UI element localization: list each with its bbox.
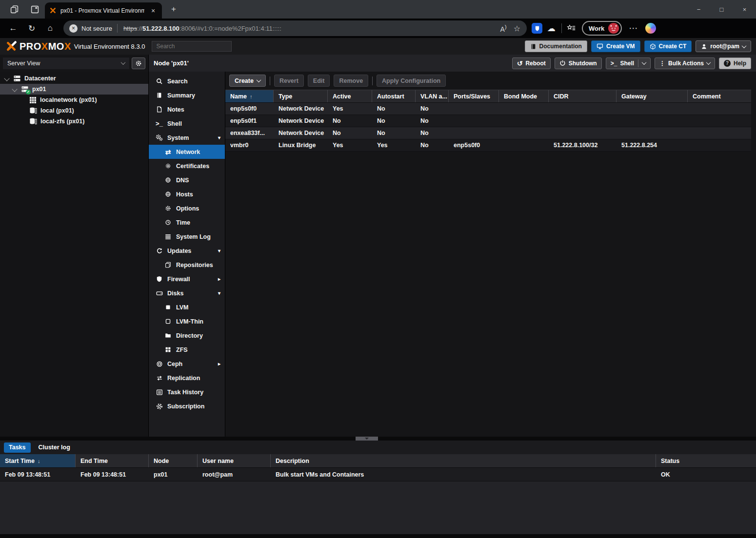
column-header-user-name[interactable]: User name xyxy=(198,454,271,467)
nav-item-notes[interactable]: Notes xyxy=(149,102,225,116)
revert-button[interactable]: Revert xyxy=(274,75,304,87)
nav-item-dns[interactable]: DNS xyxy=(149,173,225,187)
nav-item-replication[interactable]: Replication xyxy=(149,371,225,385)
bitwarden-extension-icon[interactable] xyxy=(532,23,542,34)
tree-item-localnetwork[interactable]: localnetwork (px01) xyxy=(0,95,148,105)
expander-icon[interactable] xyxy=(4,76,9,81)
nav-item-system-log[interactable]: System Log xyxy=(149,230,225,244)
global-search-input[interactable] xyxy=(152,41,232,52)
nav-item-firewall[interactable]: Firewall ▸ xyxy=(149,272,225,286)
shell-button[interactable]: >_ Shell xyxy=(606,58,651,69)
table-row[interactable]: enxea833f...Network DeviceNoNoNo xyxy=(225,127,751,139)
column-header-vlan[interactable]: VLAN a... xyxy=(416,90,449,102)
column-header-name[interactable]: Name↑ xyxy=(225,90,274,102)
create-vm-button[interactable]: Create VM xyxy=(591,40,640,52)
nav-item-system[interactable]: System ▾ xyxy=(149,131,225,145)
browser-profile-button[interactable]: Work xyxy=(582,21,622,36)
edit-button[interactable]: Edit xyxy=(308,75,330,87)
proxmox-logo: PROXMOX Virtual Environment 8.3.0 xyxy=(5,40,145,53)
nav-item-lvm-thin[interactable]: LVM-Thin xyxy=(149,314,225,328)
shutdown-button[interactable]: Shutdown xyxy=(555,58,602,69)
documentation-button[interactable]: Documentation xyxy=(525,40,587,52)
browser-toolbar: ← ↻ ⌂ × Not secure https://51.222.8.100:… xyxy=(0,19,756,38)
tab-tasks[interactable]: Tasks xyxy=(4,442,31,453)
nav-item-shell[interactable]: >_ Shell xyxy=(149,116,225,131)
home-icon[interactable]: ⌂ xyxy=(43,21,58,36)
column-header-start-time[interactable]: Start Time↓ xyxy=(0,454,76,467)
back-icon[interactable]: ← xyxy=(6,21,20,36)
nav-item-ceph[interactable]: Ceph ▸ xyxy=(149,357,225,371)
read-aloud-icon[interactable]: A) xyxy=(497,23,510,33)
not-secure-icon[interactable]: × xyxy=(69,24,78,33)
task-row[interactable]: Feb 09 13:48:51 Feb 09 13:48:51 px01 roo… xyxy=(0,468,756,481)
refresh-icon[interactable]: ↻ xyxy=(24,21,39,36)
reboot-button[interactable]: ↺ Reboot xyxy=(512,58,551,69)
copilot-icon[interactable] xyxy=(645,23,656,34)
url-text[interactable]: https://51.222.8.100:8006/#v1:0:=node%2F… xyxy=(123,25,281,32)
column-header-description[interactable]: Description xyxy=(271,454,656,467)
nav-item-subscription[interactable]: Subscription xyxy=(149,399,225,413)
chevron-down-icon[interactable] xyxy=(642,60,647,65)
workspaces-icon[interactable] xyxy=(8,3,20,16)
nav-item-time[interactable]: Time xyxy=(149,215,225,230)
column-header-autostart[interactable]: Autostart xyxy=(372,90,416,102)
create-ct-button[interactable]: Create CT xyxy=(644,40,692,52)
column-header-node[interactable]: Node xyxy=(149,454,198,467)
nav-item-zfs[interactable]: ZFS xyxy=(149,343,225,357)
favorite-star-icon[interactable]: ☆ xyxy=(510,24,524,33)
column-header-cidr[interactable]: CIDR xyxy=(549,90,617,102)
minimize-button[interactable]: − xyxy=(687,0,710,19)
tree-item-local[interactable]: local (px01) xyxy=(0,105,148,116)
favorites-bar-icon[interactable] xyxy=(567,24,576,33)
tab-close-icon[interactable]: × xyxy=(149,7,158,15)
nav-item-repositories[interactable]: Repositories xyxy=(149,258,225,272)
nav-item-updates[interactable]: Updates ▾ xyxy=(149,244,225,258)
close-button[interactable]: × xyxy=(733,0,756,19)
column-header-status[interactable]: Status xyxy=(656,454,756,467)
expander-icon[interactable] xyxy=(12,86,17,92)
table-row[interactable]: vmbr0Linux BridgeYesYesNoenp5s0f051.222.… xyxy=(225,139,751,152)
tab-cluster-log[interactable]: Cluster log xyxy=(34,442,75,453)
view-selector[interactable]: Server View xyxy=(3,58,129,69)
column-header-active[interactable]: Active xyxy=(328,90,372,102)
table-row[interactable]: enp5s0f1Network DeviceNoNoNo xyxy=(225,115,751,127)
sort-asc-icon: ↑ xyxy=(250,94,253,99)
browser-tab-active[interactable]: px01 - Proxmox Virtual Environme × xyxy=(45,2,162,19)
nav-item-disks[interactable]: Disks ▾ xyxy=(149,286,225,300)
remove-button[interactable]: Remove xyxy=(334,75,368,87)
address-bar[interactable]: × Not secure https://51.222.8.100:8006/#… xyxy=(63,20,527,36)
tree-item-datacenter[interactable]: Datacenter xyxy=(0,73,148,84)
help-button[interactable]: ? Help xyxy=(719,58,751,69)
nav-item-task-history[interactable]: Task History xyxy=(149,385,225,399)
dots-vertical-icon: ⋮ xyxy=(659,60,665,67)
column-header-comment[interactable]: Comment xyxy=(688,90,751,102)
column-header-type[interactable]: Type xyxy=(274,90,328,102)
cloud-extension-icon[interactable]: ☁ xyxy=(547,23,556,34)
nav-item-options[interactable]: Options xyxy=(149,201,225,215)
column-header-end-time[interactable]: End Time xyxy=(76,454,149,467)
table-row[interactable]: enp5s0f0Network DeviceYesNoNo xyxy=(225,103,751,115)
new-tab-button[interactable]: + xyxy=(168,3,179,15)
apply-configuration-button[interactable]: Apply Configuration xyxy=(377,75,446,87)
security-label[interactable]: Not secure xyxy=(81,25,112,32)
browser-menu-icon[interactable]: ⋯ xyxy=(629,23,637,34)
nav-item-directory[interactable]: Directory xyxy=(149,328,225,343)
splitter-collapse-handle[interactable] xyxy=(356,437,378,441)
bulk-actions-button[interactable]: ⋮ Bulk Actions xyxy=(655,58,715,69)
nav-item-search[interactable]: Search xyxy=(149,74,225,88)
column-header-ports[interactable]: Ports/Slaves xyxy=(449,90,499,102)
create-button[interactable]: Create xyxy=(229,75,266,87)
tab-actions-icon[interactable] xyxy=(28,3,41,16)
user-menu-button[interactable]: root@pam xyxy=(696,40,751,52)
nav-item-hosts[interactable]: Hosts xyxy=(149,187,225,201)
tree-settings-button[interactable] xyxy=(132,58,145,69)
nav-item-lvm[interactable]: LVM xyxy=(149,300,225,314)
tree-item-local-zfs[interactable]: local-zfs (px01) xyxy=(0,116,148,127)
column-header-bond-mode[interactable]: Bond Mode xyxy=(499,90,549,102)
nav-item-summary[interactable]: Summary xyxy=(149,88,225,102)
nav-item-network[interactable]: ⇄ Network xyxy=(149,145,225,159)
maximize-button[interactable]: □ xyxy=(710,0,733,19)
nav-item-certificates[interactable]: Certificates xyxy=(149,159,225,173)
column-header-gateway[interactable]: Gateway xyxy=(617,90,688,102)
tree-item-px01[interactable]: ✓ px01 xyxy=(0,84,148,95)
